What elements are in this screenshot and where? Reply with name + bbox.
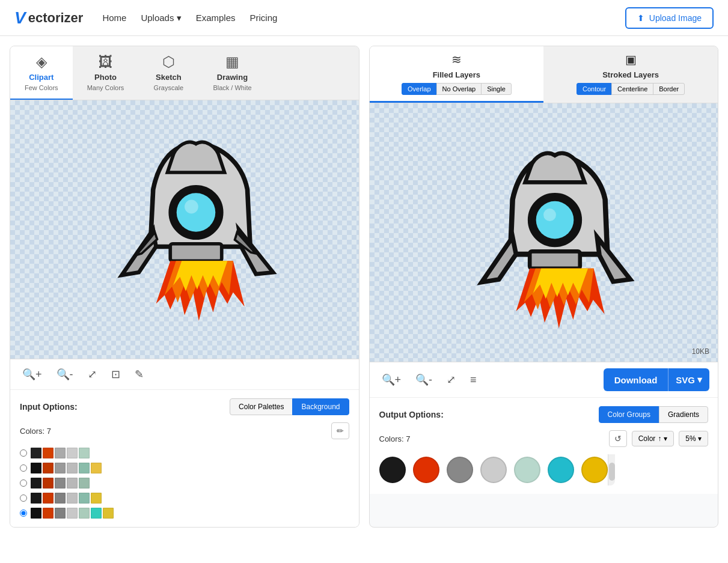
input-options-header: Input Options: Color Palettes Background: [20, 398, 349, 415]
swatch-darkred-3[interactable]: [43, 478, 54, 488]
input-options-title: Input Options:: [20, 402, 78, 412]
nav-pricing[interactable]: Pricing: [249, 13, 277, 23]
swatch-black[interactable]: [31, 448, 41, 458]
swatch-t4[interactable]: [79, 493, 90, 504]
gradients-tab[interactable]: Gradients: [659, 406, 708, 423]
tab-clipart[interactable]: ◈ Clipart Few Colors: [10, 46, 73, 100]
tab-photo-title: Photo: [94, 73, 117, 82]
nav-links: Home Uploads ▾ Examples Pricing: [102, 13, 605, 23]
swatch-yellow-2[interactable]: [91, 463, 102, 473]
swatch-lightgray-2[interactable]: [67, 463, 78, 473]
file-size: 10KB: [692, 347, 709, 356]
palette-radio-1[interactable]: [20, 449, 27, 457]
output-options-section: Output Options: Color Groups Gradients C…: [370, 397, 718, 494]
output-controls: ↺ Color ↑ ▾ 5% ▾: [609, 430, 708, 447]
colors-row: Colors: 7 ✏: [20, 422, 349, 439]
single-tab[interactable]: Single: [481, 83, 512, 95]
swatch-black-3[interactable]: [31, 478, 41, 488]
upload-label: Upload Image: [649, 13, 702, 23]
tab-drawing[interactable]: ▦ Drawing Black / White: [198, 46, 266, 100]
output-toolbar: 🔍+ 🔍- ⤢ ≡ Download SVG ▾: [370, 362, 718, 397]
output-menu-button[interactable]: ≡: [466, 371, 480, 389]
swatch-mint[interactable]: [79, 448, 90, 458]
swatch-lightgray[interactable]: [67, 448, 78, 458]
filled-layers-tab[interactable]: ≋ Filled Layers Overlap No Overlap Singl…: [370, 46, 544, 103]
output-zoom-in-button[interactable]: 🔍+: [378, 371, 405, 389]
swatch-r4[interactable]: [43, 493, 54, 504]
palette-radio-3[interactable]: [20, 479, 27, 487]
swatch-t5[interactable]: [79, 508, 90, 519]
tab-clipart-sub: Few Colors: [25, 84, 58, 91]
palette-rows: [20, 445, 349, 519]
swatch-sage-3[interactable]: [79, 478, 90, 488]
download-button[interactable]: Download SVG ▾: [604, 368, 709, 391]
swatch-gray-3[interactable]: [55, 478, 66, 488]
swatch-b4[interactable]: [31, 493, 41, 504]
zoom-in-button[interactable]: 🔍+: [19, 365, 46, 383]
output-toolbar-right: Download SVG ▾: [604, 368, 709, 391]
edit-colors-button[interactable]: ✏: [331, 422, 349, 439]
output-color-gray[interactable]: [447, 457, 473, 483]
swatch-g5[interactable]: [55, 508, 66, 519]
output-fit-button[interactable]: ⤢: [443, 371, 459, 389]
logo[interactable]: V ectorizer: [14, 8, 83, 28]
color-sort-button[interactable]: Color ↑ ▾: [632, 431, 674, 446]
swatch-r5[interactable]: [43, 508, 54, 519]
swatch-g4[interactable]: [55, 493, 66, 504]
stroked-layers-tab[interactable]: ▣ Stroked Layers Contour Centerline Bord…: [543, 46, 718, 103]
tab-clipart-title: Clipart: [29, 73, 54, 82]
swatch-cyan5[interactable]: [91, 508, 102, 519]
sort-arrow: ↑: [658, 434, 661, 443]
upload-image-button[interactable]: ⬆ Upload Image: [625, 7, 714, 29]
palette-radio-5[interactable]: [20, 510, 27, 517]
no-overlap-tab[interactable]: No Overlap: [436, 83, 482, 95]
fit-button[interactable]: ⤢: [84, 365, 100, 383]
output-color-black[interactable]: [379, 457, 406, 483]
output-color-yellow[interactable]: [581, 457, 608, 483]
color-palettes-tab[interactable]: Color Palettes: [230, 398, 293, 415]
swatch-y5[interactable]: [103, 508, 114, 519]
swatch-teal-2[interactable]: [79, 463, 90, 473]
swatch-gray-2[interactable]: [55, 463, 66, 473]
refresh-button[interactable]: ↺: [609, 430, 627, 447]
tab-photo[interactable]: 🖼 Photo Many Colors: [73, 46, 139, 100]
sort-chevron: ▾: [664, 434, 667, 443]
contour-tab[interactable]: Contour: [577, 83, 612, 95]
tab-drawing-sub: Black / White: [213, 84, 251, 91]
output-zoom-out-button[interactable]: 🔍-: [412, 371, 436, 389]
nav-examples[interactable]: Examples: [196, 13, 236, 23]
nav-home[interactable]: Home: [102, 13, 126, 23]
layer-tabs-row: ≋ Filled Layers Overlap No Overlap Singl…: [370, 46, 718, 103]
swatch-gray[interactable]: [55, 448, 66, 458]
swatch-lg5[interactable]: [67, 508, 78, 519]
tab-sketch[interactable]: ⬡ Sketch Grayscale: [138, 46, 198, 100]
background-tab[interactable]: Background: [292, 398, 349, 415]
swatch-lgray-3[interactable]: [67, 478, 78, 488]
border-tab[interactable]: Border: [653, 83, 685, 95]
zoom-out-button[interactable]: 🔍-: [53, 365, 77, 383]
palette-radio-2[interactable]: [20, 464, 27, 472]
download-format[interactable]: SVG ▾: [668, 368, 709, 391]
input-option-tabs: Color Palettes Background: [230, 398, 349, 415]
edit-button[interactable]: ✎: [131, 365, 147, 383]
swatch-y4[interactable]: [91, 493, 102, 504]
crop-button[interactable]: ⊡: [108, 365, 124, 383]
swatch-black-2[interactable]: [31, 463, 41, 473]
output-color-mint[interactable]: [514, 457, 540, 483]
swatch-lg4[interactable]: [67, 493, 78, 504]
overlap-tab[interactable]: Overlap: [402, 83, 437, 95]
swatch-orange[interactable]: [43, 448, 54, 458]
swatch-red-2[interactable]: [43, 463, 54, 473]
filled-layers-icon: ≋: [451, 52, 462, 67]
swatch-b5[interactable]: [31, 508, 41, 519]
output-color-red[interactable]: [413, 457, 439, 483]
color-groups-tab[interactable]: Color Groups: [599, 406, 659, 423]
output-color-cyan[interactable]: [548, 457, 574, 483]
output-color-lightgray[interactable]: [480, 457, 507, 483]
tab-sketch-sub: Grayscale: [154, 84, 184, 91]
palette-radio-4[interactable]: [20, 495, 27, 502]
centerline-tab[interactable]: Centerline: [611, 83, 653, 95]
nav-uploads[interactable]: Uploads ▾: [141, 13, 181, 23]
percentage-button[interactable]: 5% ▾: [679, 431, 708, 446]
output-scrollbar[interactable]: [608, 454, 615, 485]
